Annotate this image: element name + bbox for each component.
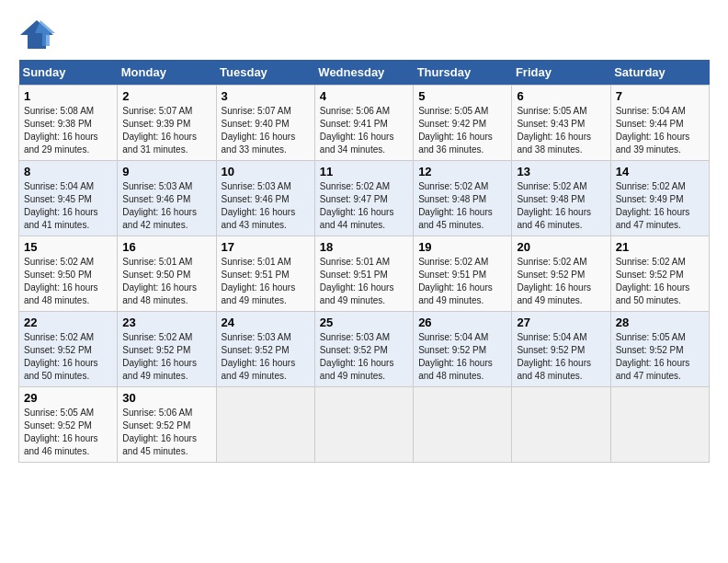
day-number: 23 — [122, 316, 210, 329]
calendar-cell: 22Sunrise: 5:02 AM Sunset: 9:52 PM Dayli… — [19, 312, 118, 387]
calendar-cell: 9Sunrise: 5:03 AM Sunset: 9:46 PM Daylig… — [118, 161, 216, 236]
calendar-cell: 2Sunrise: 5:07 AM Sunset: 9:39 PM Daylig… — [118, 86, 216, 161]
calendar-cell: 19Sunrise: 5:02 AM Sunset: 9:51 PM Dayli… — [414, 236, 512, 312]
day-number: 13 — [517, 165, 605, 178]
calendar-cell: 14Sunrise: 5:02 AM Sunset: 9:49 PM Dayli… — [610, 161, 709, 236]
calendar-week-row: 1Sunrise: 5:08 AM Sunset: 9:38 PM Daylig… — [19, 86, 710, 161]
day-info: Sunrise: 5:01 AM Sunset: 9:51 PM Dayligh… — [320, 256, 408, 307]
day-info: Sunrise: 5:02 AM Sunset: 9:52 PM Dayligh… — [122, 331, 210, 383]
day-number: 5 — [418, 89, 506, 103]
day-info: Sunrise: 5:08 AM Sunset: 9:38 PM Dayligh… — [24, 105, 112, 156]
day-info: Sunrise: 5:03 AM Sunset: 9:52 PM Dayligh… — [222, 331, 310, 383]
day-of-week-header: Tuesday — [216, 60, 314, 86]
calendar-cell: 15Sunrise: 5:02 AM Sunset: 9:50 PM Dayli… — [19, 236, 118, 312]
calendar-cell: 1Sunrise: 5:08 AM Sunset: 9:38 PM Daylig… — [19, 86, 118, 161]
day-number: 2 — [122, 89, 210, 103]
day-number: 14 — [616, 165, 704, 178]
day-info: Sunrise: 5:05 AM Sunset: 9:42 PM Dayligh… — [418, 105, 506, 156]
calendar-cell: 5Sunrise: 5:05 AM Sunset: 9:42 PM Daylig… — [414, 86, 512, 161]
day-info: Sunrise: 5:02 AM Sunset: 9:48 PM Dayligh… — [418, 180, 506, 232]
day-number: 18 — [320, 240, 408, 254]
calendar-cell: 13Sunrise: 5:02 AM Sunset: 9:48 PM Dayli… — [512, 161, 610, 236]
day-number: 4 — [320, 89, 408, 103]
day-number: 11 — [320, 165, 408, 178]
day-info: Sunrise: 5:05 AM Sunset: 9:52 PM Dayligh… — [616, 331, 704, 383]
calendar-week-row: 8Sunrise: 5:04 AM Sunset: 9:45 PM Daylig… — [19, 161, 710, 236]
day-of-week-header: Friday — [512, 60, 610, 86]
day-number: 15 — [24, 240, 112, 254]
day-number: 25 — [320, 316, 408, 329]
day-number: 1 — [24, 89, 112, 103]
day-number: 19 — [418, 240, 506, 254]
day-number: 8 — [24, 165, 112, 178]
calendar-cell: 18Sunrise: 5:01 AM Sunset: 9:51 PM Dayli… — [314, 236, 413, 312]
day-info: Sunrise: 5:03 AM Sunset: 9:52 PM Dayligh… — [320, 331, 408, 383]
day-of-week-header: Monday — [118, 60, 216, 86]
calendar-cell — [216, 387, 314, 463]
day-number: 30 — [122, 391, 210, 405]
calendar-cell: 6Sunrise: 5:05 AM Sunset: 9:43 PM Daylig… — [512, 86, 610, 161]
day-info: Sunrise: 5:07 AM Sunset: 9:39 PM Dayligh… — [122, 105, 210, 156]
calendar-table: SundayMondayTuesdayWednesdayThursdayFrid… — [18, 60, 710, 463]
calendar-cell: 4Sunrise: 5:06 AM Sunset: 9:41 PM Daylig… — [314, 86, 413, 161]
calendar-cell — [314, 387, 413, 463]
day-info: Sunrise: 5:04 AM Sunset: 9:44 PM Dayligh… — [616, 105, 704, 156]
calendar-cell: 12Sunrise: 5:02 AM Sunset: 9:48 PM Dayli… — [414, 161, 512, 236]
day-number: 21 — [616, 240, 704, 254]
calendar-cell: 30Sunrise: 5:06 AM Sunset: 9:52 PM Dayli… — [118, 387, 216, 463]
day-of-week-header: Wednesday — [314, 60, 413, 86]
header — [18, 18, 710, 51]
day-info: Sunrise: 5:02 AM Sunset: 9:51 PM Dayligh… — [418, 256, 506, 307]
day-number: 20 — [517, 240, 605, 254]
days-of-week-row: SundayMondayTuesdayWednesdayThursdayFrid… — [19, 60, 710, 86]
day-info: Sunrise: 5:04 AM Sunset: 9:52 PM Dayligh… — [517, 331, 605, 383]
day-number: 7 — [616, 89, 704, 103]
day-info: Sunrise: 5:02 AM Sunset: 9:52 PM Dayligh… — [616, 256, 704, 307]
day-of-week-header: Thursday — [414, 60, 512, 86]
day-info: Sunrise: 5:03 AM Sunset: 9:46 PM Dayligh… — [222, 180, 310, 232]
calendar-cell: 29Sunrise: 5:05 AM Sunset: 9:52 PM Dayli… — [19, 387, 118, 463]
day-info: Sunrise: 5:02 AM Sunset: 9:50 PM Dayligh… — [24, 256, 112, 307]
day-info: Sunrise: 5:04 AM Sunset: 9:45 PM Dayligh… — [24, 180, 112, 232]
day-info: Sunrise: 5:04 AM Sunset: 9:52 PM Dayligh… — [418, 331, 506, 383]
day-number: 26 — [418, 316, 506, 329]
day-info: Sunrise: 5:01 AM Sunset: 9:50 PM Dayligh… — [122, 256, 210, 307]
day-info: Sunrise: 5:07 AM Sunset: 9:40 PM Dayligh… — [222, 105, 310, 156]
calendar-cell: 26Sunrise: 5:04 AM Sunset: 9:52 PM Dayli… — [414, 312, 512, 387]
day-number: 10 — [222, 165, 310, 178]
calendar-cell: 20Sunrise: 5:02 AM Sunset: 9:52 PM Dayli… — [512, 236, 610, 312]
calendar-cell: 11Sunrise: 5:02 AM Sunset: 9:47 PM Dayli… — [314, 161, 413, 236]
day-number: 27 — [517, 316, 605, 329]
day-number: 29 — [24, 391, 112, 405]
day-info: Sunrise: 5:06 AM Sunset: 9:52 PM Dayligh… — [122, 407, 210, 458]
calendar-cell: 8Sunrise: 5:04 AM Sunset: 9:45 PM Daylig… — [19, 161, 118, 236]
calendar-cell: 7Sunrise: 5:04 AM Sunset: 9:44 PM Daylig… — [610, 86, 709, 161]
day-info: Sunrise: 5:05 AM Sunset: 9:43 PM Dayligh… — [517, 105, 605, 156]
day-info: Sunrise: 5:02 AM Sunset: 9:52 PM Dayligh… — [517, 256, 605, 307]
calendar-cell: 25Sunrise: 5:03 AM Sunset: 9:52 PM Dayli… — [314, 312, 413, 387]
day-number: 22 — [24, 316, 112, 329]
day-number: 3 — [222, 89, 310, 103]
logo — [18, 18, 59, 51]
calendar-week-row: 22Sunrise: 5:02 AM Sunset: 9:52 PM Dayli… — [19, 312, 710, 387]
calendar-body: 1Sunrise: 5:08 AM Sunset: 9:38 PM Daylig… — [19, 86, 710, 463]
day-of-week-header: Saturday — [610, 60, 709, 86]
calendar-cell: 17Sunrise: 5:01 AM Sunset: 9:51 PM Dayli… — [216, 236, 314, 312]
calendar-cell — [610, 387, 709, 463]
calendar-week-row: 15Sunrise: 5:02 AM Sunset: 9:50 PM Dayli… — [19, 236, 710, 312]
calendar-cell — [414, 387, 512, 463]
day-number: 28 — [616, 316, 704, 329]
day-number: 17 — [222, 240, 310, 254]
calendar-week-row: 29Sunrise: 5:05 AM Sunset: 9:52 PM Dayli… — [19, 387, 710, 463]
calendar-cell: 28Sunrise: 5:05 AM Sunset: 9:52 PM Dayli… — [610, 312, 709, 387]
calendar-cell: 16Sunrise: 5:01 AM Sunset: 9:50 PM Dayli… — [118, 236, 216, 312]
calendar-cell: 10Sunrise: 5:03 AM Sunset: 9:46 PM Dayli… — [216, 161, 314, 236]
day-info: Sunrise: 5:02 AM Sunset: 9:49 PM Dayligh… — [616, 180, 704, 232]
calendar-cell: 27Sunrise: 5:04 AM Sunset: 9:52 PM Dayli… — [512, 312, 610, 387]
calendar-cell: 21Sunrise: 5:02 AM Sunset: 9:52 PM Dayli… — [610, 236, 709, 312]
day-number: 12 — [418, 165, 506, 178]
calendar-cell: 24Sunrise: 5:03 AM Sunset: 9:52 PM Dayli… — [216, 312, 314, 387]
calendar-cell: 23Sunrise: 5:02 AM Sunset: 9:52 PM Dayli… — [118, 312, 216, 387]
day-number: 6 — [517, 89, 605, 103]
day-number: 16 — [122, 240, 210, 254]
